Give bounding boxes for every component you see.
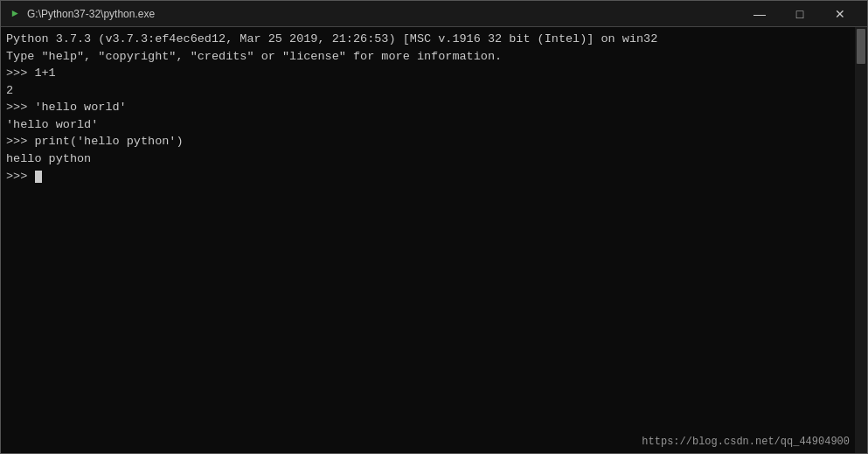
terminal-wrapper: Python 3.7.3 (v3.7.3:ef4ec6ed12, Mar 25 … (1, 27, 867, 453)
terminal-line: Python 3.7.3 (v3.7.3:ef4ec6ed12, Mar 25 … (6, 31, 850, 48)
titlebar-app-icon: ► (8, 7, 22, 21)
terminal[interactable]: Python 3.7.3 (v3.7.3:ef4ec6ed12, Mar 25 … (1, 27, 855, 453)
scrollbar-thumb[interactable] (857, 29, 865, 64)
terminal-line: >>> 1+1 (6, 65, 850, 82)
terminal-line: >>> 'hello world' (6, 99, 850, 116)
terminal-line: 'hello world' (6, 116, 850, 134)
scrollbar[interactable] (855, 27, 867, 453)
titlebar: ► G:\Python37-32\python.exe — □ ✕ (1, 1, 867, 27)
maximize-button[interactable]: □ (780, 1, 820, 27)
close-button[interactable]: ✕ (820, 1, 860, 27)
terminal-line: >>> print('hello python') (6, 133, 850, 150)
terminal-line: hello python (6, 150, 850, 168)
terminal-line: Type "help", "copyright", "credits" or "… (6, 48, 850, 66)
window: ► G:\Python37-32\python.exe — □ ✕ Python… (0, 0, 868, 454)
terminal-cursor (35, 171, 42, 183)
terminal-line: 2 (6, 82, 850, 100)
minimize-button[interactable]: — (740, 1, 780, 27)
watermark: https://blog.csdn.net/qq_44904900 (642, 435, 850, 450)
terminal-line: >>> (6, 168, 850, 185)
titlebar-title: G:\Python37-32\python.exe (27, 8, 740, 20)
titlebar-controls: — □ ✕ (740, 1, 860, 27)
